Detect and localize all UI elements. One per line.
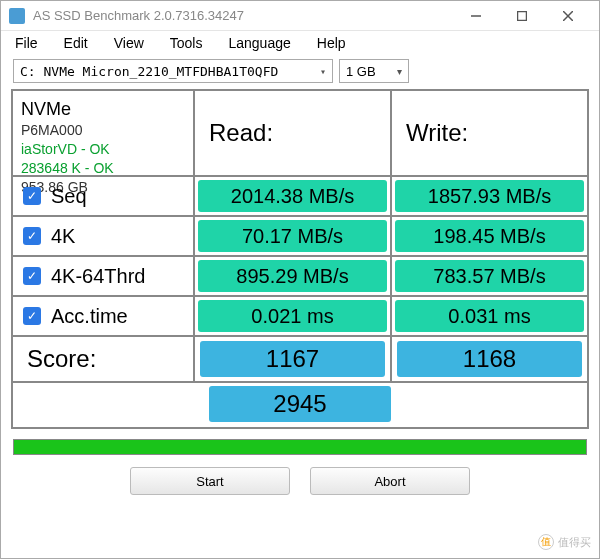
info-bus: NVMe xyxy=(21,97,71,121)
window-title: AS SSD Benchmark 2.0.7316.34247 xyxy=(33,8,453,23)
label-seq: Seq xyxy=(51,185,87,208)
start-button[interactable]: Start xyxy=(130,467,290,495)
drive-select[interactable]: C: NVMe Micron_2210_MTFDHBA1T0QFD ▾ xyxy=(13,59,333,83)
acc-read: 0.021 ms xyxy=(198,300,387,332)
drive-info: NVMe P6MA000 iaStorVD - OK 283648 K - OK… xyxy=(13,91,195,175)
score-total: 2945 xyxy=(209,386,391,422)
menu-file[interactable]: File xyxy=(15,35,38,51)
4k-read: 70.17 MB/s xyxy=(198,220,387,252)
check-seq[interactable]: ✓ xyxy=(23,187,41,205)
score-label: Score: xyxy=(13,337,195,381)
abort-button[interactable]: Abort xyxy=(310,467,470,495)
menu-tools[interactable]: Tools xyxy=(170,35,203,51)
chevron-down-icon: ▾ xyxy=(397,66,402,77)
seq-read: 2014.38 MB/s xyxy=(198,180,387,212)
menu-edit[interactable]: Edit xyxy=(64,35,88,51)
close-button[interactable] xyxy=(545,1,591,31)
chevron-down-icon: ▾ xyxy=(320,66,326,77)
seq-write: 1857.93 MB/s xyxy=(395,180,584,212)
row-total: 2945 xyxy=(13,383,587,427)
label-4k64: 4K-64Thrd xyxy=(51,265,146,288)
4k64-write: 783.57 MB/s xyxy=(395,260,584,292)
size-select[interactable]: 1 GB ▾ xyxy=(339,59,409,83)
row-4k64: ✓4K-64Thrd 895.29 MB/s 783.57 MB/s xyxy=(13,257,587,297)
menu-view[interactable]: View xyxy=(114,35,144,51)
button-row: Start Abort xyxy=(1,461,599,505)
watermark-text: 值得买 xyxy=(558,535,591,550)
info-model: P6MA000 xyxy=(21,121,82,140)
header-read: Read: xyxy=(195,91,392,175)
header-write: Write: xyxy=(392,91,587,175)
check-4k[interactable]: ✓ xyxy=(23,227,41,245)
menubar: File Edit View Tools Language Help xyxy=(1,31,599,57)
watermark: 值 值得买 xyxy=(538,534,591,550)
menu-help[interactable]: Help xyxy=(317,35,346,51)
size-value: 1 GB xyxy=(346,64,376,79)
info-align: 283648 K - OK xyxy=(21,159,114,178)
progress-bar xyxy=(13,439,587,455)
acc-write: 0.031 ms xyxy=(395,300,584,332)
check-acc[interactable]: ✓ xyxy=(23,307,41,325)
4k64-read: 895.29 MB/s xyxy=(198,260,387,292)
toolbar: C: NVMe Micron_2210_MTFDHBA1T0QFD ▾ 1 GB… xyxy=(1,57,599,89)
app-icon xyxy=(9,8,25,24)
label-acc: Acc.time xyxy=(51,305,128,328)
score-write: 1168 xyxy=(397,341,582,377)
watermark-icon: 值 xyxy=(538,534,554,550)
svg-rect-1 xyxy=(518,11,527,20)
minimize-button[interactable] xyxy=(453,1,499,31)
results-grid: NVMe P6MA000 iaStorVD - OK 283648 K - OK… xyxy=(11,89,589,429)
label-4k: 4K xyxy=(51,225,75,248)
row-acc: ✓Acc.time 0.021 ms 0.031 ms xyxy=(13,297,587,337)
row-4k: ✓4K 70.17 MB/s 198.45 MB/s xyxy=(13,217,587,257)
titlebar: AS SSD Benchmark 2.0.7316.34247 xyxy=(1,1,599,31)
check-4k64[interactable]: ✓ xyxy=(23,267,41,285)
drive-value: C: NVMe Micron_2210_MTFDHBA1T0QFD xyxy=(20,64,278,79)
score-read: 1167 xyxy=(200,341,385,377)
row-score: Score: 1167 1168 xyxy=(13,337,587,383)
app-window: AS SSD Benchmark 2.0.7316.34247 File Edi… xyxy=(0,0,600,559)
row-seq: ✓Seq 2014.38 MB/s 1857.93 MB/s xyxy=(13,177,587,217)
maximize-button[interactable] xyxy=(499,1,545,31)
menu-language[interactable]: Language xyxy=(228,35,290,51)
4k-write: 198.45 MB/s xyxy=(395,220,584,252)
info-driver: iaStorVD - OK xyxy=(21,140,110,159)
